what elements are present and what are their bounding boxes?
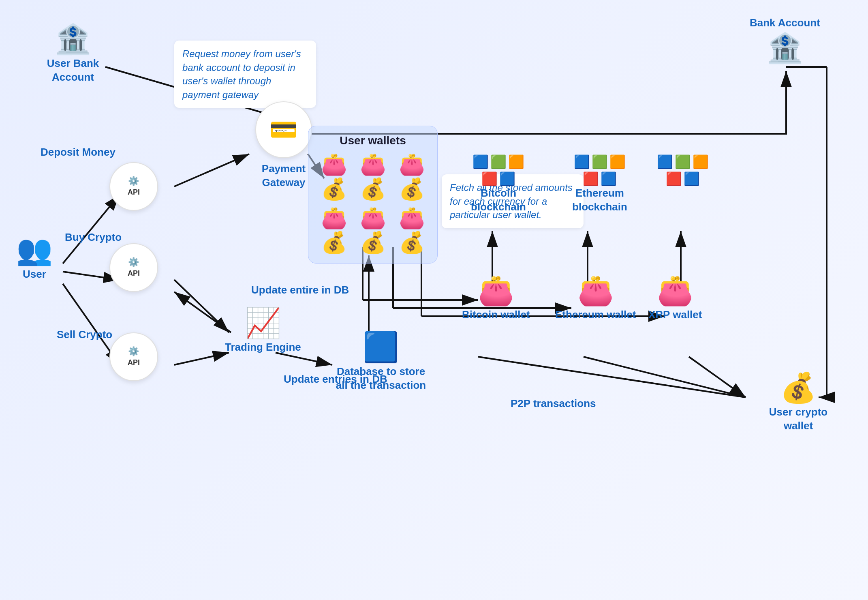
svg-line-22 [478, 357, 746, 397]
trading-engine-label: Trading Engine [225, 341, 301, 354]
wallet-3: 👛💰 [394, 152, 429, 201]
ethereum-wallet-icon: 👛 [577, 276, 614, 305]
database-label: Database to store all the transaction [332, 365, 430, 392]
api-sell-icon: ⚙️API [109, 332, 158, 381]
diagram-container: 🏦 User Bank Account Bank Account 🏦 Reque… [0, 0, 868, 600]
arrows-layer [0, 0, 868, 600]
wallet-5: 👛💰 [355, 206, 390, 255]
api-sell-node: ⚙️API [109, 332, 158, 381]
ethereum-wallet-node: 👛 Ethereum wallet [555, 276, 636, 322]
bitcoin-blockchain-visual: 🟦🟩 🟧🟥 🟦 [472, 154, 525, 186]
ethereum-wallet-label: Ethereum wallet [555, 308, 636, 322]
bank-account-icon: 🏦 [767, 33, 803, 62]
user-bank-icon: 🏦 [55, 24, 91, 54]
user-wallets-label: User wallets [316, 134, 429, 147]
deposit-money-label: Deposit Money [41, 146, 115, 159]
svg-line-6 [174, 154, 249, 186]
ethereum-blockchain-label: Ethereum blockchain [559, 186, 640, 214]
api-buy-node: ⚙️API [109, 243, 158, 292]
database-node: 🟦 Database to store all the transaction [332, 332, 430, 392]
user-crypto-wallet-label: User crypto wallet [758, 405, 839, 433]
database-icon: 🟦 [363, 332, 399, 362]
bank-account-label: Bank Account [750, 16, 820, 30]
wallets-grid: 👛💰 👛💰 👛💰 👛💰 👛💰 👛💰 [316, 152, 429, 255]
ethereum-blockchain-visual: 🟦🟩 🟧🟥 🟦 [573, 154, 626, 186]
wallet-4: 👛💰 [316, 206, 351, 255]
user-label: User [23, 268, 46, 281]
xrp-blockchain-node: 🟦🟩 🟧🟥 🟦 [656, 154, 709, 186]
svg-line-23 [584, 357, 746, 397]
xrp-wallet-icon: 👛 [657, 276, 693, 305]
bitcoin-blockchain-node: 🟦🟩 🟧🟥 🟦 Bitcoin blockchain [458, 154, 539, 214]
payment-gateway-icon: 💳 [255, 101, 312, 158]
user-bank-account-node: 🏦 User Bank Account [32, 24, 113, 84]
svg-line-7 [174, 280, 229, 332]
svg-line-18 [276, 353, 332, 365]
user-icon: 👥 [16, 235, 53, 264]
svg-line-24 [689, 357, 746, 397]
bitcoin-wallet-icon: 👛 [478, 276, 514, 305]
wallet-6: 👛💰 [394, 206, 429, 255]
wallet-1: 👛💰 [316, 152, 351, 201]
bitcoin-blockchain-label: Bitcoin blockchain [458, 186, 539, 214]
trading-engine-node: 📈 Trading Engine [225, 308, 301, 354]
trading-engine-icon: 📈 [245, 308, 281, 337]
user-wallets-box: User wallets 👛💰 👛💰 👛💰 👛💰 👛💰 👛💰 [308, 126, 438, 264]
xrp-wallet-label: XRP wallet [648, 308, 702, 322]
request-money-annotation: Request money from user's bank account t… [174, 41, 316, 108]
update-entire-db-label: Update entire in DB [251, 284, 349, 296]
svg-line-9 [174, 292, 231, 332]
bitcoin-wallet-label: Bitcoin wallet [462, 308, 530, 322]
xrp-blockchain-visual: 🟦🟩 🟧🟥 🟦 [656, 154, 709, 186]
ethereum-blockchain-node: 🟦🟩 🟧🟥 🟦 Ethereum blockchain [559, 154, 640, 214]
p2p-transactions-label: P2P transactions [511, 397, 596, 410]
bank-account-node: Bank Account 🏦 [750, 16, 820, 66]
xrp-wallet-node: 👛 XRP wallet [648, 276, 702, 322]
api-buy-icon: ⚙️API [109, 243, 158, 292]
sell-crypto-label: Sell Crypto [57, 328, 112, 341]
wallet-2: 👛💰 [355, 152, 390, 201]
buy-crypto-label: Buy Crypto [65, 231, 122, 244]
user-node: 👥 User [16, 235, 53, 281]
api-deposit-node: ⚙️API [109, 162, 158, 211]
api-deposit-icon: ⚙️API [109, 162, 158, 211]
svg-line-8 [174, 353, 229, 365]
user-crypto-wallet-node: 💰 User crypto wallet [758, 373, 839, 433]
user-bank-label: User Bank Account [32, 57, 113, 84]
bitcoin-wallet-node: 👛 Bitcoin wallet [462, 276, 530, 322]
user-crypto-wallet-icon: 💰 [780, 373, 817, 402]
